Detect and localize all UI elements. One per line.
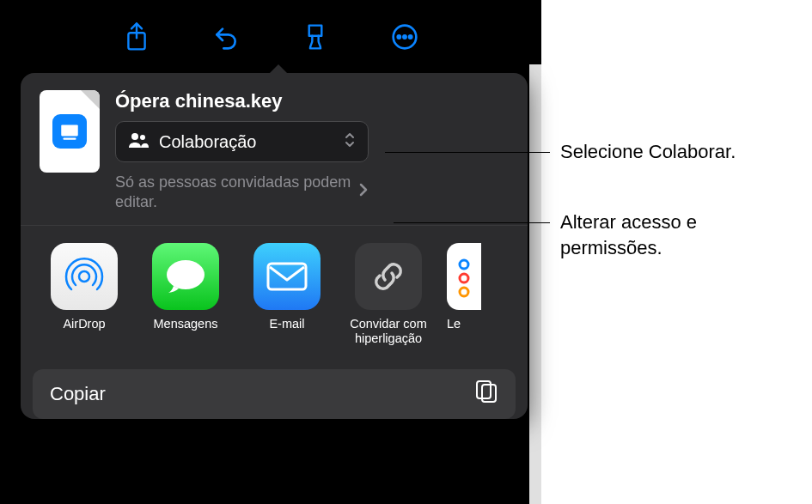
share-target-airdrop[interactable]: AirDrop (41, 243, 127, 347)
svg-point-4 (409, 35, 412, 38)
app-window: Ópera chinesa.key Colaboração (0, 0, 541, 504)
share-target-label: Le (447, 317, 486, 331)
people-icon (128, 131, 149, 153)
share-sheet: Ópera chinesa.key Colaboração (21, 73, 528, 419)
svg-point-9 (79, 271, 89, 282)
more-icon[interactable] (386, 18, 424, 56)
svg-point-13 (460, 274, 468, 282)
canvas-edge (529, 64, 541, 504)
share-target-label: E-mail (244, 317, 330, 331)
svg-point-14 (460, 288, 468, 296)
svg-rect-6 (63, 138, 76, 140)
share-target-label: Mensagens (143, 317, 229, 331)
permissions-summary: Só as pessoas convidadas podem editar. (115, 173, 358, 211)
share-target-label: Convidar com hiperligação (345, 317, 431, 347)
svg-point-12 (460, 260, 468, 269)
chevron-right-icon (358, 182, 369, 203)
top-toolbar (0, 0, 541, 64)
svg-rect-11 (268, 264, 306, 289)
svg-point-10 (167, 260, 205, 289)
svg-rect-5 (61, 124, 78, 136)
copy-action-label: Copiar (50, 383, 106, 405)
share-icon[interactable] (118, 18, 156, 56)
share-target-mail[interactable]: E-mail (244, 243, 330, 347)
share-sheet-header: Ópera chinesa.key Colaboração (21, 73, 528, 225)
permissions-row[interactable]: Só as pessoas convidadas podem editar. (115, 173, 369, 211)
actions-section: Copiar (21, 350, 528, 419)
reminders-icon (447, 243, 481, 310)
updown-caret-icon (344, 131, 356, 153)
share-mode-label: Colaboração (159, 132, 256, 152)
airdrop-icon (51, 243, 118, 310)
mail-icon (253, 243, 321, 310)
callout-annotations: Selecione Colaborar. Alterar acesso e pe… (541, 0, 812, 504)
callout-line (385, 152, 550, 153)
svg-point-2 (398, 35, 400, 38)
link-icon (355, 243, 422, 310)
document-filename: Ópera chinesa.key (115, 90, 509, 112)
share-mode-dropdown[interactable]: Colaboração (115, 121, 369, 162)
share-target-messages[interactable]: Mensagens (143, 243, 229, 347)
share-targets-row[interactable]: AirDrop Mensagens E-mail (21, 226, 528, 350)
svg-point-7 (131, 133, 138, 140)
callout-line (394, 222, 550, 223)
svg-point-8 (140, 135, 145, 140)
share-target-invite-link[interactable]: Convidar com hiperligação (345, 243, 431, 347)
undo-icon[interactable] (207, 18, 245, 56)
callout-select-collaborate: Selecione Colaborar. (560, 139, 736, 165)
document-thumbnail (40, 90, 100, 173)
share-target-reminders[interactable]: Le (447, 243, 486, 347)
svg-point-3 (403, 35, 406, 38)
messages-icon (152, 243, 219, 310)
format-brush-icon[interactable] (296, 18, 334, 56)
callout-change-access: Alterar acesso e permissões. (560, 209, 766, 260)
copy-action[interactable]: Copiar (33, 369, 516, 419)
copy-icon (474, 379, 498, 410)
share-target-label: AirDrop (41, 317, 127, 331)
